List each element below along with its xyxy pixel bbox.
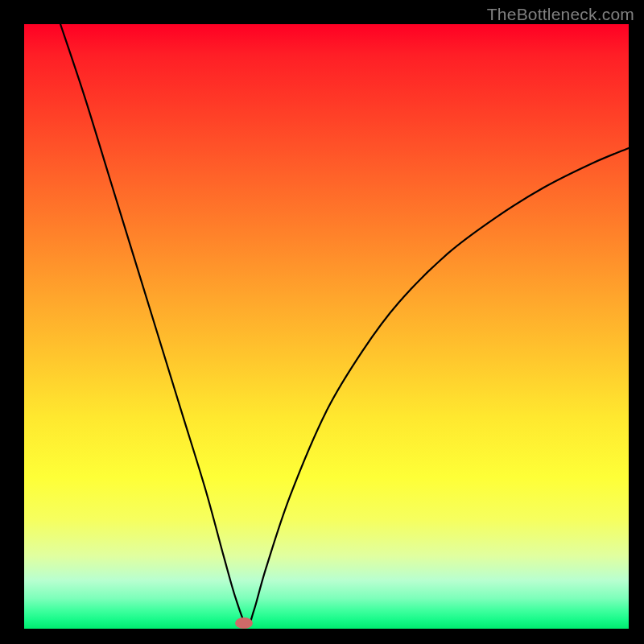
vertex-marker [235,617,253,629]
attribution-text: TheBottleneck.com [487,5,634,24]
plot-area [24,24,629,629]
bottleneck-curve [24,24,629,629]
